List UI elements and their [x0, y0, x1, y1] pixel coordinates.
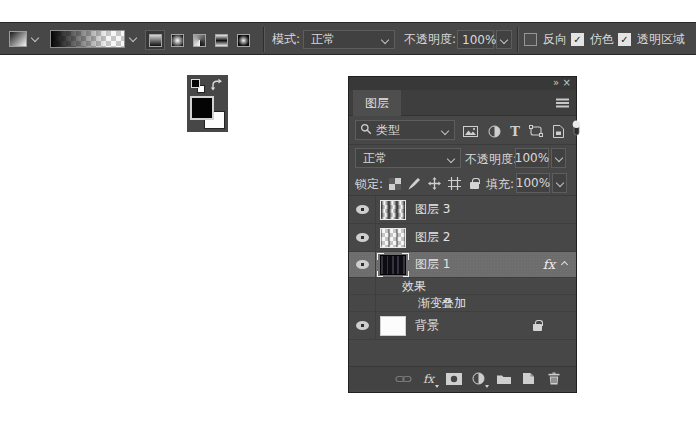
opacity-chevron-button[interactable]	[496, 30, 512, 49]
layer-thumbnail[interactable]	[380, 200, 406, 220]
eye-icon	[356, 321, 369, 330]
link-icon	[395, 374, 412, 384]
delete-layer-button[interactable]	[545, 370, 562, 387]
tab-layers[interactable]: 图层	[353, 90, 401, 116]
lock-transparent-pixels-button[interactable]	[387, 176, 402, 191]
collapse-effects-button[interactable]	[561, 261, 568, 268]
layer-row[interactable]: 图层 3	[349, 196, 576, 224]
collapse-panel-button[interactable]: »	[553, 76, 558, 89]
lock-all-button[interactable]	[467, 176, 482, 191]
foreground-color-swatch[interactable]	[190, 96, 214, 120]
layer-style-button[interactable]: fx	[420, 370, 437, 387]
panel-header-bar: » ×	[349, 77, 576, 90]
visibility-toggle[interactable]	[349, 252, 375, 277]
eye-column-divider	[375, 196, 376, 340]
opacity-label: 不透明度:	[404, 23, 456, 56]
fill-chevron-button[interactable]	[552, 173, 567, 193]
image-icon	[463, 126, 478, 137]
link-layers-button[interactable]	[395, 370, 412, 387]
lock-row: 锁定: 填充: 100%	[349, 171, 576, 196]
filter-toggle-switch[interactable]	[567, 120, 585, 136]
mode-label: 模式:	[272, 23, 300, 56]
default-colors-icon[interactable]	[191, 79, 205, 93]
color-picker-widget	[187, 75, 228, 132]
gradient-overlay-row[interactable]: 渐变叠加	[349, 295, 576, 312]
fx-icon: fx	[423, 372, 434, 386]
layers-bottom-toolbar: fx	[349, 366, 576, 390]
folder-icon	[496, 373, 512, 385]
panel-opacity-input[interactable]: 100%	[515, 148, 549, 168]
lock-position-button[interactable]	[427, 176, 442, 191]
radial-gradient-button[interactable]	[167, 30, 187, 50]
filter-type-select[interactable]: 类型	[355, 120, 455, 140]
effects-label: 效果	[402, 278, 426, 295]
gradient-picker[interactable]	[50, 30, 125, 48]
transparency-checkbox[interactable]: ✓	[618, 33, 631, 46]
chevron-down-icon	[555, 179, 563, 187]
tool-preset-thumbnail[interactable]	[9, 31, 27, 47]
new-layer-button[interactable]	[520, 370, 537, 387]
diamond-gradient-button[interactable]	[233, 30, 253, 50]
layer-thumbnail[interactable]	[380, 255, 406, 275]
layer-name: 图层 1	[415, 256, 450, 273]
check-icon: ✓	[573, 34, 581, 45]
opacity-input[interactable]: 100%	[457, 30, 494, 49]
gradient-picker-chevron-icon[interactable]	[129, 34, 137, 42]
layer-row[interactable]: 图层 2	[349, 224, 576, 252]
artboard-icon	[448, 177, 461, 190]
separator	[263, 27, 264, 52]
angle-gradient-button[interactable]	[189, 30, 209, 50]
reverse-label: 反向	[543, 23, 567, 56]
linear-gradient-button[interactable]	[145, 30, 165, 50]
effects-row[interactable]: 效果	[349, 278, 576, 295]
visibility-toggle[interactable]	[349, 196, 375, 223]
separator	[517, 27, 518, 52]
mask-icon	[446, 373, 462, 385]
layer-row-selected[interactable]: 图层 1 fx	[349, 252, 576, 278]
layer-thumbnail[interactable]	[380, 228, 406, 248]
panel-menu-icon[interactable]	[556, 102, 569, 104]
fill-label: 填充:	[486, 176, 514, 193]
layer-filter-row: 类型 T	[349, 116, 576, 145]
opacity-value: 100%	[458, 33, 496, 47]
visibility-toggle[interactable]	[349, 312, 375, 339]
transparency-checker-icon	[389, 178, 401, 190]
reflected-gradient-button[interactable]	[211, 30, 231, 50]
filter-smart-object-button[interactable]	[549, 123, 567, 139]
visibility-toggle[interactable]	[349, 224, 375, 251]
new-group-button[interactable]	[495, 370, 512, 387]
brush-icon	[408, 177, 421, 190]
dither-checkbox[interactable]: ✓	[571, 33, 584, 46]
shape-icon	[529, 125, 543, 137]
layer-name: 图层 3	[415, 201, 450, 218]
mode-select[interactable]: 正常	[303, 30, 395, 49]
eye-icon	[356, 233, 369, 242]
filter-image-button[interactable]	[461, 123, 479, 139]
fill-input[interactable]: 100%	[516, 173, 550, 193]
adjustment-layer-button[interactable]	[470, 370, 487, 387]
blend-mode-row: 正常 不透明度: 100%	[349, 145, 576, 171]
layer-thumbnail[interactable]	[380, 316, 406, 336]
gradient-preview	[51, 31, 124, 47]
gradient-overlay-label: 渐变叠加	[418, 295, 466, 312]
filter-adjustment-button[interactable]	[485, 123, 503, 139]
blend-mode-select[interactable]: 正常	[355, 148, 461, 168]
lock-image-pixels-button[interactable]	[407, 176, 422, 191]
reflected-gradient-icon	[215, 34, 228, 47]
close-panel-button[interactable]: ×	[563, 76, 571, 89]
swap-colors-icon[interactable]	[210, 78, 224, 92]
add-layer-mask-button[interactable]	[445, 370, 462, 387]
lock-artboard-button[interactable]	[447, 176, 462, 191]
filter-shape-button[interactable]	[527, 123, 545, 139]
toggle-icon	[572, 119, 581, 137]
layer-name: 图层 2	[415, 229, 450, 246]
filter-text-button[interactable]: T	[506, 123, 524, 139]
layer-row-background[interactable]: 背景	[349, 312, 576, 340]
panel-opacity-chevron-button[interactable]	[551, 148, 566, 168]
chevron-down-icon	[447, 155, 455, 163]
layers-panel: » × 图层 类型	[348, 76, 577, 393]
default-foreground-swatch	[191, 79, 200, 88]
tool-preset-chevron-icon[interactable]	[31, 34, 39, 42]
reverse-checkbox[interactable]	[524, 33, 537, 46]
radial-gradient-icon	[171, 34, 184, 47]
